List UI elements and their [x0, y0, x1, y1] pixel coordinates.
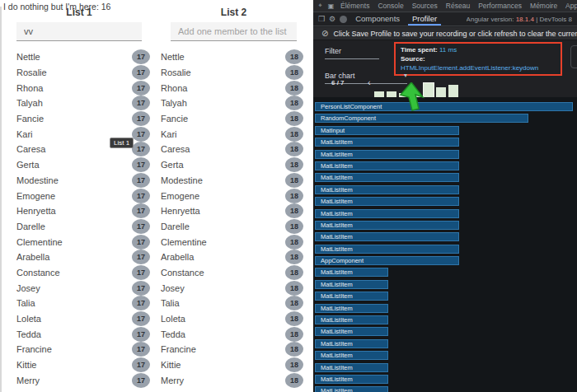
list-item[interactable]: Merry 18: [161, 372, 303, 388]
list-item[interactable]: Kari 18: [161, 126, 303, 142]
member-name: Modestine: [161, 175, 203, 185]
list-item[interactable]: Nettle 17: [16, 49, 150, 65]
list-item[interactable]: Arabella 17: [16, 250, 150, 265]
component-bar[interactable]: MatListItem: [315, 197, 459, 206]
devtools-tab[interactable]: Réseau: [443, 0, 473, 12]
list-item[interactable]: Darelle 17: [16, 219, 150, 235]
list-item[interactable]: Rosalie 18: [161, 65, 303, 81]
list-item[interactable]: Emogene 17: [16, 188, 150, 203]
component-bar[interactable]: MatListItem: [315, 245, 459, 254]
component-bar[interactable]: MatListItem: [315, 351, 388, 360]
list-item[interactable]: Rhona 18: [161, 80, 303, 96]
list-item[interactable]: Francine 18: [161, 342, 303, 357]
list-item[interactable]: Talia 18: [161, 296, 303, 311]
component-bar[interactable]: MatListItem: [315, 304, 388, 313]
record-circle-icon[interactable]: [340, 16, 347, 23]
list-item[interactable]: Clementine 18: [161, 234, 303, 250]
list-item[interactable]: Merry 17: [16, 372, 150, 388]
left-scrollbar[interactable]: [0, 7, 2, 392]
component-bar[interactable]: MatInput: [315, 126, 459, 135]
component-bar[interactable]: MatListItem: [315, 209, 459, 218]
component-bar[interactable]: MatListItem: [315, 339, 388, 348]
list-item[interactable]: Francine 17: [16, 342, 150, 357]
list1-add-member-input[interactable]: [16, 22, 142, 41]
list-item[interactable]: Modestine 17: [16, 173, 150, 189]
list-item[interactable]: Rhona 17: [16, 80, 150, 96]
list-item[interactable]: Fancie 17: [16, 111, 150, 127]
component-name: MatInput: [321, 127, 345, 134]
list-item[interactable]: Josey 17: [16, 280, 150, 296]
component-bar[interactable]: MatListItem: [315, 280, 388, 289]
devtools-tab[interactable]: Performances: [475, 0, 525, 12]
list-item[interactable]: Gerta 18: [161, 157, 303, 173]
list-item[interactable]: Modestine 18: [161, 173, 303, 189]
devtools-tab[interactable]: Sources: [409, 0, 441, 12]
component-bar[interactable]: MatListItem: [315, 185, 459, 194]
devtools-tab[interactable]: Console: [374, 0, 406, 12]
member-name: Arabella: [161, 252, 194, 262]
member-name: Nettle: [16, 52, 40, 62]
member-age-badge: 17: [132, 96, 150, 110]
member-age-badge: 18: [285, 296, 303, 310]
list-item[interactable]: Josey 18: [161, 280, 303, 296]
component-bar[interactable]: MatListItem: [315, 386, 388, 392]
component-bar[interactable]: MatListItem: [315, 173, 459, 182]
inspect-element-icon[interactable]: ⌖: [316, 2, 325, 11]
component-bar[interactable]: MatListItem: [315, 315, 388, 324]
list-item[interactable]: Emogene 18: [161, 188, 303, 203]
list-item[interactable]: Tedda 17: [16, 326, 150, 342]
device-toolbar-icon[interactable]: ▣: [326, 2, 335, 11]
component-bar[interactable]: MatListItem: [315, 327, 388, 336]
component-name: MatListItem: [321, 186, 353, 194]
list-item[interactable]: Fancie 18: [161, 111, 303, 127]
devtools-tab[interactable]: Mémoire: [527, 0, 561, 12]
previous-frame-icon[interactable]: ‹: [368, 77, 371, 87]
component-bar[interactable]: MatListItem: [315, 150, 459, 159]
devtools-tab[interactable]: Appli: [562, 0, 577, 12]
list-item[interactable]: Constance 18: [161, 265, 303, 281]
tab-components[interactable]: Components: [351, 12, 404, 26]
component-bar[interactable]: PersonListComponent: [315, 102, 573, 111]
list-item[interactable]: Kittie 17: [16, 357, 150, 373]
list-item[interactable]: Clementine 17: [16, 234, 150, 250]
component-bar[interactable]: MatListItem: [315, 375, 388, 384]
component-bar[interactable]: MatListItem: [315, 363, 388, 372]
component-bar[interactable]: RandomComponent: [315, 114, 528, 123]
component-bar[interactable]: MatListItem: [315, 161, 459, 170]
list-item[interactable]: Darelle 18: [161, 219, 303, 235]
component-bar[interactable]: AppComponent: [315, 256, 459, 265]
list-item[interactable]: Talyah 18: [161, 96, 303, 111]
member-age-badge: 17: [132, 219, 150, 234]
list-item[interactable]: Henryetta 18: [161, 203, 303, 219]
list-item[interactable]: Loleta 17: [16, 311, 150, 327]
source-link[interactable]: HTMLInputElement.addEventListener:keydow…: [401, 64, 538, 72]
component-bar[interactable]: MatListItem: [315, 138, 459, 147]
list-item[interactable]: Gerta 17: [16, 157, 150, 173]
filter-input[interactable]: Filter: [325, 47, 379, 59]
component-bar[interactable]: MatListItem: [315, 232, 459, 241]
list-item[interactable]: Nettle 18: [161, 49, 303, 65]
list-item[interactable]: Caresa 18: [161, 142, 303, 157]
right-edge-widget[interactable]: [570, 45, 577, 68]
list2-add-member-input[interactable]: [171, 22, 297, 41]
list-item[interactable]: Kittie 18: [161, 357, 303, 373]
settings-gear-icon[interactable]: ⚙: [329, 15, 335, 23]
list-item[interactable]: Talia 17: [16, 296, 150, 311]
list-item[interactable]: Henryetta 17: [16, 203, 150, 219]
component-bar[interactable]: MatListItem: [315, 221, 459, 230]
list-item[interactable]: Constance 17: [16, 265, 150, 281]
member-age-badge: 18: [285, 173, 303, 188]
frame-selector-icon[interactable]: ❒: [318, 15, 325, 23]
list-item[interactable]: Rosalie 17: [16, 65, 150, 81]
component-name: MatListItem: [321, 174, 353, 181]
list-item[interactable]: Talyah 17: [16, 96, 150, 111]
devtools-tab[interactable]: Éléments: [337, 0, 373, 12]
list-item[interactable]: Arabella 18: [161, 250, 303, 265]
member-age-badge: 17: [132, 81, 150, 96]
member-age-badge: 18: [285, 250, 303, 264]
list-item[interactable]: Loleta 18: [161, 311, 303, 327]
list-item[interactable]: Tedda 18: [161, 326, 303, 342]
tab-profiler[interactable]: Profiler: [408, 12, 441, 26]
component-bar[interactable]: MatListItem: [315, 292, 388, 301]
component-bar[interactable]: MatListItem: [315, 268, 388, 277]
